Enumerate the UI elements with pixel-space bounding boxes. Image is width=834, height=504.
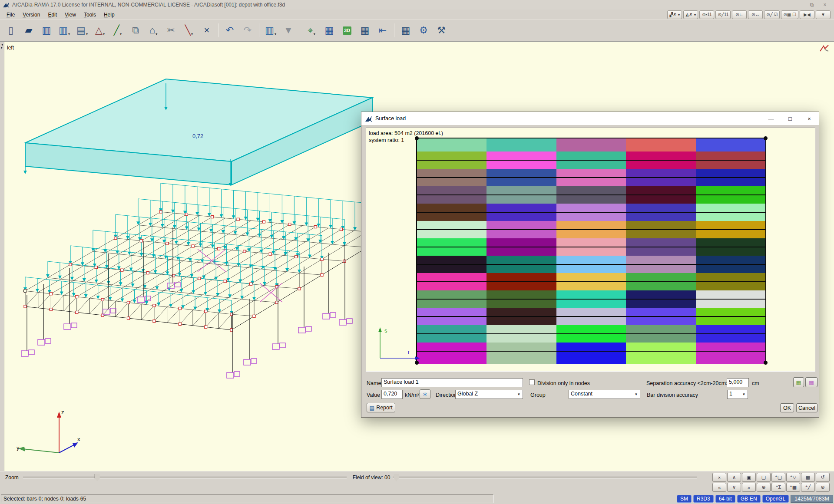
dialog-titlebar[interactable]: Surface load — □ × <box>361 112 819 125</box>
print-report-button[interactable]: ▤▾ <box>74 22 90 39</box>
fov-slider-track[interactable] <box>393 477 697 478</box>
status-badge-opengl[interactable]: OpenGL <box>762 495 789 503</box>
group-dropdown[interactable]: Constant ▼ <box>569 390 640 399</box>
open-file-button[interactable]: ▰ <box>20 22 37 39</box>
add-rect-selection-button[interactable]: ⁺▢ <box>771 473 785 482</box>
x-axis-label: x <box>77 436 80 442</box>
viewport-splitter[interactable]: ◂▸ <box>0 42 4 471</box>
dialog-maximize-button[interactable]: □ <box>781 112 800 125</box>
mesh-corner-handle[interactable] <box>764 361 768 365</box>
redo-button[interactable]: ↷ <box>239 22 256 39</box>
dialog-close-button[interactable]: × <box>800 112 819 125</box>
fov-slider-thumb[interactable] <box>394 474 399 481</box>
separation-accuracy-input[interactable]: 5,000 <box>727 378 749 387</box>
project-manager-button[interactable]: ▥▾ <box>56 22 73 39</box>
add-bar-button[interactable]: ╱▾ <box>109 22 126 39</box>
coordinate-system-button[interactable]: ⌖▾ <box>303 22 320 39</box>
filter-button[interactable]: ▼ <box>280 22 297 39</box>
menu-version[interactable]: Version <box>19 10 44 19</box>
copy-button[interactable]: ⧉ <box>127 22 144 39</box>
save-button[interactable]: ▥ <box>38 22 55 39</box>
status-badge-gb-en[interactable]: GB-EN <box>737 495 761 503</box>
clear-selection-button[interactable]: × <box>712 473 726 482</box>
print-report-icon: ▤ <box>76 26 86 35</box>
toolbar-separator <box>218 23 218 37</box>
report-button[interactable]: ▤ Report <box>367 403 395 412</box>
value-input[interactable]: 0,720 <box>381 390 403 399</box>
more-options-button[interactable]: ▼ <box>816 10 831 19</box>
add-line-selection-button[interactable]: ⁺╱ <box>801 483 815 492</box>
mesh-view-button[interactable]: ▦ <box>793 377 804 387</box>
new-document-button[interactable]: ▯ <box>3 22 19 39</box>
show-supports-button[interactable]: ⊙∟ <box>732 10 747 19</box>
menu-help[interactable]: Help <box>100 10 119 19</box>
window-close-button[interactable]: × <box>818 2 831 8</box>
menu-file[interactable]: File <box>3 10 19 19</box>
properties-table-button[interactable]: ▦ <box>321 22 338 39</box>
delete-button[interactable]: × <box>199 22 215 39</box>
window-minimize-button[interactable]: — <box>792 2 805 8</box>
section-display-button[interactable]: ▥▾ <box>262 22 279 39</box>
add-sum-selection-button[interactable]: ⁺Σ <box>771 483 785 492</box>
section-display-icon: ▥ <box>265 26 274 35</box>
pan-left-button[interactable]: « <box>712 483 726 492</box>
mesh-corner-handle[interactable] <box>764 136 768 140</box>
hide-solids-button[interactable]: ◭✗ ▾ <box>683 10 698 19</box>
direction-dropdown[interactable]: Global Z ▼ <box>455 390 523 399</box>
calculation-table-button[interactable]: ▦ <box>397 22 414 39</box>
roof-generator-button[interactable]: ⌂▾ <box>145 22 162 39</box>
bar-numbers-button[interactable]: ⊙╱11 <box>715 10 731 19</box>
name-input[interactable]: Surface load 1 <box>381 378 523 387</box>
add-poly-selection-button[interactable]: ⁺▽ <box>786 473 800 482</box>
pan-right-button[interactable]: » <box>742 483 756 492</box>
orbit-view-button[interactable]: ⊛ <box>816 483 830 492</box>
render-view-button[interactable]: ▦ <box>805 377 817 387</box>
collapse-panels-button[interactable]: ▶◀ <box>800 10 814 19</box>
mesh-division-line <box>417 333 765 334</box>
mesh-grid[interactable] <box>416 138 766 363</box>
pan-down-button[interactable]: ∨ <box>727 483 741 492</box>
add-grid-selection-button[interactable]: ⁺▦ <box>786 483 800 492</box>
menu-view[interactable]: View <box>61 10 80 19</box>
divide-bar-button[interactable]: ╲▾ <box>181 22 197 39</box>
result-grid-icon: ▦ <box>361 26 370 35</box>
separation-unit-label: cm <box>752 380 759 386</box>
status-badge-r3d3[interactable]: R3D3 <box>693 495 714 503</box>
bottom-panel: Zoom Field of view: 00 ×∧▣▢⁺▢⁺▽▦↺«∨»⊕⁺Σ⁺… <box>0 471 834 493</box>
frame-generator-button[interactable]: △▾ <box>92 22 108 39</box>
menu-edit[interactable]: Edit <box>44 10 61 19</box>
settings-wrench-button[interactable]: ⚙ <box>415 22 432 39</box>
undo-button[interactable]: ↶ <box>222 22 238 39</box>
dialog-minimize-button[interactable]: — <box>761 112 781 125</box>
load-import-button[interactable]: ⇤ <box>374 22 391 39</box>
show-mesh-button[interactable]: ⊙▦ ☐ <box>781 10 798 19</box>
division-only-in-nodes-checkbox[interactable] <box>529 379 535 385</box>
menu-tools[interactable]: Tools <box>80 10 100 19</box>
result-grid-button[interactable]: ▦ <box>357 22 373 39</box>
lock-view-button[interactable]: ▣ <box>742 473 756 482</box>
pan-up-button[interactable]: ∧ <box>727 473 741 482</box>
show-dimensions-button[interactable]: ⊙↔ <box>748 10 763 19</box>
zoom-slider-track[interactable] <box>23 477 347 478</box>
tools-hammer-icon: ⚒ <box>437 26 446 35</box>
cut-button[interactable]: ✂ <box>163 22 179 39</box>
zoom-slider-thumb[interactable] <box>95 474 100 481</box>
status-badge-sm[interactable]: SM <box>677 495 692 503</box>
window-restore-button[interactable]: ⧉ <box>805 2 818 8</box>
node-numbers-button[interactable]: ⊙▪11 <box>699 10 714 19</box>
screen-capture-button[interactable]: ▢ <box>757 473 771 482</box>
rotate-view-button[interactable]: ↺ <box>816 473 830 482</box>
grid-selection-button[interactable]: ▦ <box>801 473 815 482</box>
bar-division-dropdown[interactable]: 1 ▼ <box>727 390 748 399</box>
tools-hammer-button[interactable]: ⚒ <box>433 22 450 39</box>
surface-load-dialog[interactable]: Surface load — □ × load area: 504 m2 (20… <box>361 112 819 418</box>
status-badge-64-bit[interactable]: 64-bit <box>715 495 735 503</box>
center-view-button[interactable]: ⊕ <box>757 483 771 492</box>
hide-bars-button[interactable]: ▞✗ ▾ <box>667 10 682 19</box>
ok-button[interactable]: OK <box>780 403 794 412</box>
show-loads-button[interactable]: ⊙╱ ☑ <box>764 10 780 19</box>
view-3d-button[interactable]: 3D <box>339 22 355 39</box>
cancel-button[interactable]: Cancel <box>796 403 817 412</box>
load-preview-panel[interactable]: load area: 504 m2 (201600 el.) system ra… <box>366 128 815 372</box>
value-calculator-button[interactable]: ∗ <box>420 389 430 399</box>
